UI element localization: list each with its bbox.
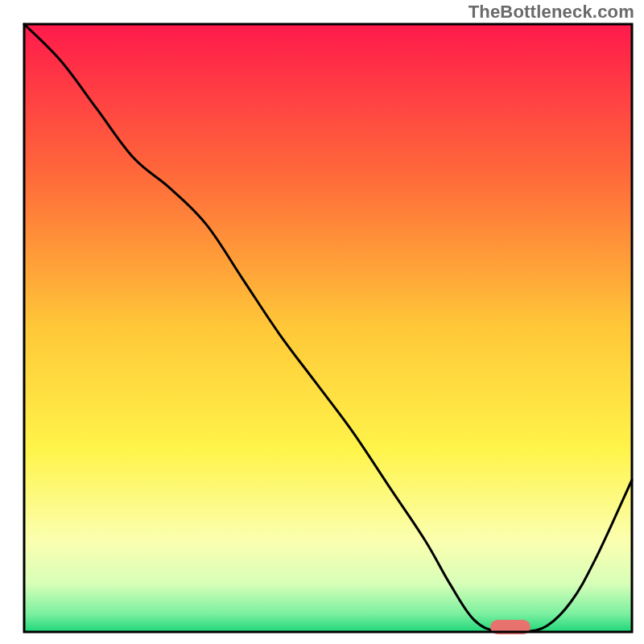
gradient-background	[24, 24, 632, 632]
chart-container: TheBottleneck.com	[0, 0, 644, 644]
bottleneck-chart	[0, 0, 644, 644]
watermark-text: TheBottleneck.com	[469, 2, 634, 23]
